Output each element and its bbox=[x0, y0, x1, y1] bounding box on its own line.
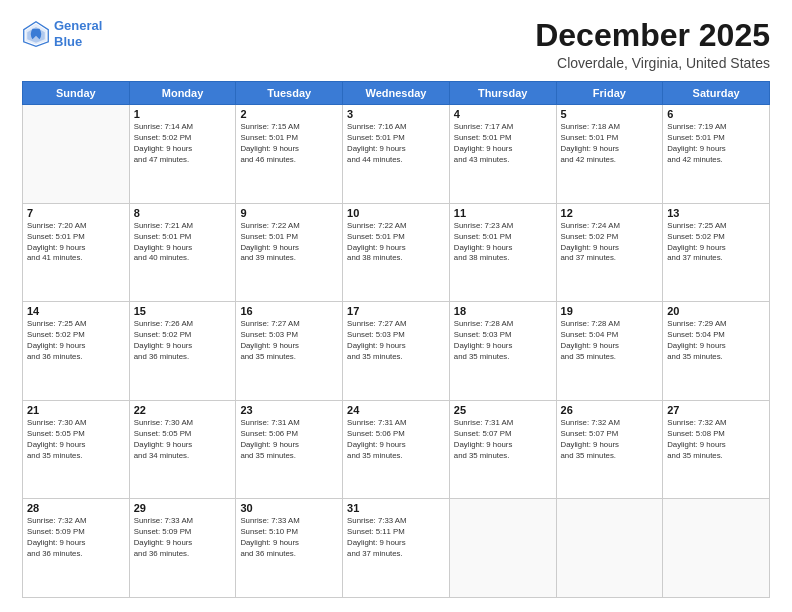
calendar-day-cell: 16Sunrise: 7:27 AM Sunset: 5:03 PM Dayli… bbox=[236, 302, 343, 401]
day-number: 1 bbox=[134, 108, 232, 120]
day-info: Sunrise: 7:27 AM Sunset: 5:03 PM Dayligh… bbox=[240, 319, 338, 363]
day-info: Sunrise: 7:32 AM Sunset: 5:08 PM Dayligh… bbox=[667, 418, 765, 462]
main-title: December 2025 bbox=[535, 18, 770, 53]
calendar-week-row: 1Sunrise: 7:14 AM Sunset: 5:02 PM Daylig… bbox=[23, 105, 770, 204]
calendar-day-cell: 10Sunrise: 7:22 AM Sunset: 5:01 PM Dayli… bbox=[343, 203, 450, 302]
day-number: 18 bbox=[454, 305, 552, 317]
calendar-week-row: 14Sunrise: 7:25 AM Sunset: 5:02 PM Dayli… bbox=[23, 302, 770, 401]
day-info: Sunrise: 7:17 AM Sunset: 5:01 PM Dayligh… bbox=[454, 122, 552, 166]
day-number: 14 bbox=[27, 305, 125, 317]
calendar-day-cell: 19Sunrise: 7:28 AM Sunset: 5:04 PM Dayli… bbox=[556, 302, 663, 401]
calendar-day-cell: 27Sunrise: 7:32 AM Sunset: 5:08 PM Dayli… bbox=[663, 400, 770, 499]
calendar-day-cell: 20Sunrise: 7:29 AM Sunset: 5:04 PM Dayli… bbox=[663, 302, 770, 401]
day-number: 21 bbox=[27, 404, 125, 416]
day-number: 20 bbox=[667, 305, 765, 317]
day-number: 16 bbox=[240, 305, 338, 317]
day-info: Sunrise: 7:25 AM Sunset: 5:02 PM Dayligh… bbox=[27, 319, 125, 363]
day-number: 24 bbox=[347, 404, 445, 416]
day-info: Sunrise: 7:29 AM Sunset: 5:04 PM Dayligh… bbox=[667, 319, 765, 363]
calendar-day-cell: 6Sunrise: 7:19 AM Sunset: 5:01 PM Daylig… bbox=[663, 105, 770, 204]
calendar-day-cell: 26Sunrise: 7:32 AM Sunset: 5:07 PM Dayli… bbox=[556, 400, 663, 499]
day-number: 17 bbox=[347, 305, 445, 317]
title-block: December 2025 Cloverdale, Virginia, Unit… bbox=[535, 18, 770, 71]
calendar-day-header: Sunday bbox=[23, 82, 130, 105]
day-number: 22 bbox=[134, 404, 232, 416]
day-number: 10 bbox=[347, 207, 445, 219]
calendar-day-cell: 15Sunrise: 7:26 AM Sunset: 5:02 PM Dayli… bbox=[129, 302, 236, 401]
day-number: 26 bbox=[561, 404, 659, 416]
day-info: Sunrise: 7:16 AM Sunset: 5:01 PM Dayligh… bbox=[347, 122, 445, 166]
day-info: Sunrise: 7:18 AM Sunset: 5:01 PM Dayligh… bbox=[561, 122, 659, 166]
day-number: 3 bbox=[347, 108, 445, 120]
day-number: 15 bbox=[134, 305, 232, 317]
calendar-header-row: SundayMondayTuesdayWednesdayThursdayFrid… bbox=[23, 82, 770, 105]
calendar-day-cell: 23Sunrise: 7:31 AM Sunset: 5:06 PM Dayli… bbox=[236, 400, 343, 499]
day-number: 9 bbox=[240, 207, 338, 219]
day-number: 5 bbox=[561, 108, 659, 120]
day-number: 8 bbox=[134, 207, 232, 219]
day-info: Sunrise: 7:30 AM Sunset: 5:05 PM Dayligh… bbox=[134, 418, 232, 462]
day-number: 7 bbox=[27, 207, 125, 219]
day-number: 27 bbox=[667, 404, 765, 416]
calendar-day-cell: 17Sunrise: 7:27 AM Sunset: 5:03 PM Dayli… bbox=[343, 302, 450, 401]
day-info: Sunrise: 7:31 AM Sunset: 5:07 PM Dayligh… bbox=[454, 418, 552, 462]
day-number: 13 bbox=[667, 207, 765, 219]
day-number: 31 bbox=[347, 502, 445, 514]
day-info: Sunrise: 7:25 AM Sunset: 5:02 PM Dayligh… bbox=[667, 221, 765, 265]
calendar-day-cell: 4Sunrise: 7:17 AM Sunset: 5:01 PM Daylig… bbox=[449, 105, 556, 204]
calendar-week-row: 7Sunrise: 7:20 AM Sunset: 5:01 PM Daylig… bbox=[23, 203, 770, 302]
calendar-table: SundayMondayTuesdayWednesdayThursdayFrid… bbox=[22, 81, 770, 598]
day-number: 30 bbox=[240, 502, 338, 514]
calendar-day-header: Thursday bbox=[449, 82, 556, 105]
day-number: 4 bbox=[454, 108, 552, 120]
calendar-day-cell: 12Sunrise: 7:24 AM Sunset: 5:02 PM Dayli… bbox=[556, 203, 663, 302]
calendar-day-cell: 11Sunrise: 7:23 AM Sunset: 5:01 PM Dayli… bbox=[449, 203, 556, 302]
calendar-week-row: 21Sunrise: 7:30 AM Sunset: 5:05 PM Dayli… bbox=[23, 400, 770, 499]
calendar-day-cell: 30Sunrise: 7:33 AM Sunset: 5:10 PM Dayli… bbox=[236, 499, 343, 598]
day-info: Sunrise: 7:33 AM Sunset: 5:10 PM Dayligh… bbox=[240, 516, 338, 560]
day-info: Sunrise: 7:31 AM Sunset: 5:06 PM Dayligh… bbox=[347, 418, 445, 462]
calendar-day-header: Wednesday bbox=[343, 82, 450, 105]
day-info: Sunrise: 7:19 AM Sunset: 5:01 PM Dayligh… bbox=[667, 122, 765, 166]
day-info: Sunrise: 7:26 AM Sunset: 5:02 PM Dayligh… bbox=[134, 319, 232, 363]
calendar-day-header: Tuesday bbox=[236, 82, 343, 105]
day-info: Sunrise: 7:28 AM Sunset: 5:04 PM Dayligh… bbox=[561, 319, 659, 363]
day-info: Sunrise: 7:30 AM Sunset: 5:05 PM Dayligh… bbox=[27, 418, 125, 462]
calendar-day-cell: 2Sunrise: 7:15 AM Sunset: 5:01 PM Daylig… bbox=[236, 105, 343, 204]
day-number: 29 bbox=[134, 502, 232, 514]
calendar-day-header: Monday bbox=[129, 82, 236, 105]
calendar-day-cell bbox=[449, 499, 556, 598]
logo-line1: General bbox=[54, 18, 102, 33]
logo-text: General Blue bbox=[54, 18, 102, 49]
calendar-day-cell: 7Sunrise: 7:20 AM Sunset: 5:01 PM Daylig… bbox=[23, 203, 130, 302]
day-info: Sunrise: 7:32 AM Sunset: 5:07 PM Dayligh… bbox=[561, 418, 659, 462]
calendar-day-header: Saturday bbox=[663, 82, 770, 105]
day-info: Sunrise: 7:20 AM Sunset: 5:01 PM Dayligh… bbox=[27, 221, 125, 265]
calendar-day-cell: 22Sunrise: 7:30 AM Sunset: 5:05 PM Dayli… bbox=[129, 400, 236, 499]
header: General Blue December 2025 Cloverdale, V… bbox=[22, 18, 770, 71]
calendar-week-row: 28Sunrise: 7:32 AM Sunset: 5:09 PM Dayli… bbox=[23, 499, 770, 598]
logo: General Blue bbox=[22, 18, 102, 49]
day-info: Sunrise: 7:15 AM Sunset: 5:01 PM Dayligh… bbox=[240, 122, 338, 166]
calendar-day-cell: 31Sunrise: 7:33 AM Sunset: 5:11 PM Dayli… bbox=[343, 499, 450, 598]
day-info: Sunrise: 7:14 AM Sunset: 5:02 PM Dayligh… bbox=[134, 122, 232, 166]
calendar-day-cell: 9Sunrise: 7:22 AM Sunset: 5:01 PM Daylig… bbox=[236, 203, 343, 302]
page: General Blue December 2025 Cloverdale, V… bbox=[0, 0, 792, 612]
day-number: 19 bbox=[561, 305, 659, 317]
calendar-day-cell: 28Sunrise: 7:32 AM Sunset: 5:09 PM Dayli… bbox=[23, 499, 130, 598]
calendar-day-cell: 18Sunrise: 7:28 AM Sunset: 5:03 PM Dayli… bbox=[449, 302, 556, 401]
calendar-day-cell: 21Sunrise: 7:30 AM Sunset: 5:05 PM Dayli… bbox=[23, 400, 130, 499]
logo-icon bbox=[22, 20, 50, 48]
day-info: Sunrise: 7:22 AM Sunset: 5:01 PM Dayligh… bbox=[347, 221, 445, 265]
day-number: 28 bbox=[27, 502, 125, 514]
calendar-day-cell: 24Sunrise: 7:31 AM Sunset: 5:06 PM Dayli… bbox=[343, 400, 450, 499]
day-info: Sunrise: 7:31 AM Sunset: 5:06 PM Dayligh… bbox=[240, 418, 338, 462]
calendar-day-cell: 8Sunrise: 7:21 AM Sunset: 5:01 PM Daylig… bbox=[129, 203, 236, 302]
logo-line2: Blue bbox=[54, 34, 82, 49]
day-info: Sunrise: 7:27 AM Sunset: 5:03 PM Dayligh… bbox=[347, 319, 445, 363]
day-info: Sunrise: 7:22 AM Sunset: 5:01 PM Dayligh… bbox=[240, 221, 338, 265]
day-number: 6 bbox=[667, 108, 765, 120]
calendar-day-cell: 29Sunrise: 7:33 AM Sunset: 5:09 PM Dayli… bbox=[129, 499, 236, 598]
day-info: Sunrise: 7:24 AM Sunset: 5:02 PM Dayligh… bbox=[561, 221, 659, 265]
calendar-day-cell: 3Sunrise: 7:16 AM Sunset: 5:01 PM Daylig… bbox=[343, 105, 450, 204]
